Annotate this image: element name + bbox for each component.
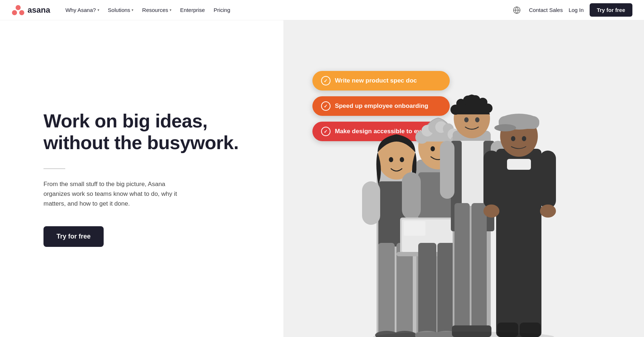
svg-rect-63 (507, 159, 531, 170)
svg-rect-56 (496, 149, 541, 337)
svg-rect-9 (362, 181, 380, 225)
nav-pricing[interactable]: Pricing (210, 5, 234, 15)
try-free-button-main[interactable]: Try for free (43, 226, 104, 247)
svg-point-67 (540, 205, 556, 218)
hero-illustration (283, 20, 644, 337)
svg-rect-31 (404, 221, 425, 236)
svg-point-44 (483, 104, 493, 113)
nav-why-asana[interactable]: Why Asana? ▾ (62, 5, 103, 15)
nav-enterprise[interactable]: Enterprise (176, 5, 208, 15)
nav-solutions[interactable]: Solutions ▾ (104, 5, 137, 15)
svg-rect-12 (396, 243, 413, 337)
svg-point-66 (483, 205, 499, 218)
chevron-down-icon: ▾ (170, 8, 171, 12)
svg-point-61 (511, 136, 515, 141)
svg-point-0 (16, 5, 21, 10)
globe-icon (513, 6, 521, 14)
nav-resources[interactable]: Resources ▾ (138, 5, 175, 15)
svg-rect-27 (402, 172, 421, 219)
svg-point-62 (522, 136, 526, 141)
svg-rect-53 (471, 203, 487, 337)
people-illustration-svg (355, 47, 572, 337)
nav-right: Contact Sales Log In Try for free (510, 3, 632, 17)
svg-point-60 (494, 124, 516, 131)
language-selector-button[interactable] (510, 4, 523, 17)
logo[interactable]: asana (12, 4, 50, 17)
nav-links: Why Asana? ▾ Solutions ▾ Resources ▾ Ent… (62, 5, 510, 15)
svg-rect-33 (418, 243, 436, 337)
login-link[interactable]: Log In (569, 7, 584, 13)
svg-rect-50 (440, 141, 454, 199)
hero-description: From the small stuff to the big picture,… (43, 179, 181, 209)
chevron-down-icon: ▾ (97, 8, 99, 12)
contact-sales-link[interactable]: Contact Sales (529, 7, 563, 13)
svg-point-24 (431, 146, 435, 151)
svg-point-2 (19, 10, 24, 15)
hero-divider (43, 168, 65, 169)
page-wrapper: Work on big ideas, without the busywork.… (0, 0, 644, 337)
logo-text: asana (28, 5, 50, 15)
hero-title: Work on big ideas, without the busywork. (43, 110, 254, 154)
try-free-button-nav[interactable]: Try for free (590, 3, 632, 17)
svg-point-45 (464, 117, 469, 122)
navbar: asana Why Asana? ▾ Solutions ▾ Resources… (0, 0, 644, 20)
svg-point-7 (400, 157, 404, 162)
hero-left-panel: Work on big ideas, without the busywork.… (0, 20, 283, 337)
asana-logo-icon (12, 4, 25, 17)
svg-point-6 (389, 157, 393, 162)
chevron-down-icon: ▾ (132, 8, 133, 12)
svg-rect-52 (454, 203, 470, 337)
svg-rect-65 (540, 151, 556, 208)
hero-right-panel: ✓ Write new product spec doc ✓ Speed up … (283, 20, 644, 337)
svg-rect-64 (483, 151, 500, 208)
svg-point-46 (475, 117, 479, 122)
svg-rect-11 (378, 243, 395, 337)
svg-point-1 (12, 10, 17, 15)
